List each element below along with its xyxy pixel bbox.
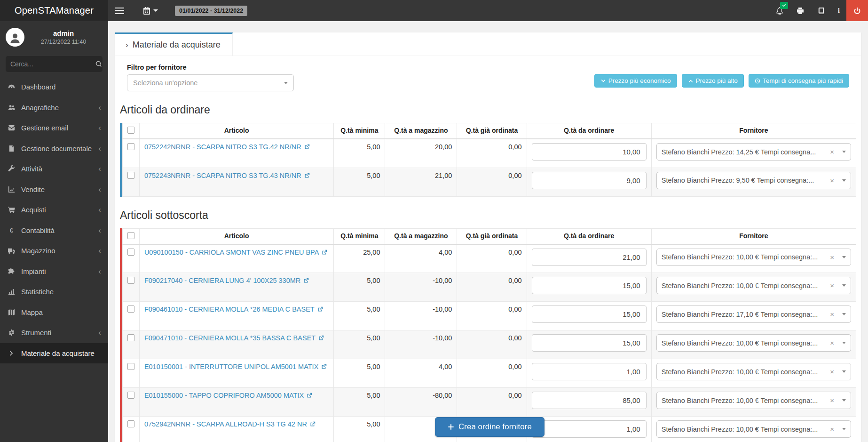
search-input[interactable] [10, 60, 95, 68]
section-title-articoli-da-ordinare: Articoli da ordinare [120, 104, 856, 116]
supplier-select[interactable]: Stefano Bianchi Prezzo: 10,00 € Tempi co… [656, 334, 851, 352]
row-checkbox[interactable] [127, 363, 134, 370]
period-picker-button[interactable] [136, 0, 165, 21]
clear-selection-icon[interactable]: × [830, 310, 834, 318]
external-link-icon [303, 278, 309, 283]
sidebar-item[interactable]: Acquisti ‹ [0, 200, 108, 220]
row-checkbox[interactable] [127, 143, 134, 150]
article-link[interactable]: 0752243NRNR - SCARPA NITRO S3 TG.43 NR/N… [144, 172, 310, 179]
sidebar-item[interactable]: Magazzino ‹ [0, 241, 108, 261]
supplier-select[interactable]: Stefano Bianchi Prezzo: 10,00 € Tempi co… [656, 392, 851, 409]
table-row: F090461010 - CERNIERA MOLLA *26 MEDIA C … [123, 302, 856, 330]
column-header: Q.tà a magazzino [385, 123, 457, 139]
docs-button[interactable] [811, 0, 831, 21]
sidebar-item[interactable]: Vendite ‹ [0, 179, 108, 200]
sidebar-item[interactable]: € Contabilità ‹ [0, 220, 108, 241]
clear-selection-icon[interactable]: × [830, 339, 834, 347]
chevron-left-icon: ‹ [98, 226, 101, 234]
qty-to-order-input[interactable] [532, 334, 647, 352]
qty-to-order-input[interactable] [532, 277, 647, 294]
caret-down-icon [842, 399, 846, 402]
column-header: Q.tà minima [334, 123, 385, 139]
qty-to-order-input[interactable] [532, 363, 647, 380]
sort-button[interactable]: Prezzo più alto [682, 74, 744, 88]
qty-stock-value: -80,00 [385, 388, 457, 417]
article-link[interactable]: U090100150 - CARRIOLA SMONT VAS ZINC PNE… [144, 249, 328, 256]
row-checkbox[interactable] [127, 249, 134, 256]
clear-selection-icon[interactable]: × [830, 368, 834, 376]
qty-stock-value: -10,00 [385, 302, 457, 330]
create-supplier-order-button[interactable]: Crea ordine fornitore [435, 417, 544, 437]
select-all-checkbox[interactable] [127, 232, 134, 239]
article-link[interactable]: E010150001 - INTERRUTTORE UNIPOL AM5001 … [144, 363, 327, 370]
caret-down-icon [284, 82, 288, 84]
supplier-select[interactable]: Stefano Bianchi Prezzo: 17,10 € Tempi co… [656, 305, 851, 323]
article-link[interactable]: F090461010 - CERNIERA MOLLA *26 MEDIA C … [144, 305, 323, 313]
info-button[interactable]: i [831, 0, 846, 21]
qty-to-order-input[interactable] [532, 249, 647, 266]
article-link[interactable]: 0752942NRNR - SCARPA ALLROAD-H S3 TG 42 … [144, 420, 316, 428]
qty-min-value: 5,00 [334, 273, 385, 302]
qty-min-value: 5,00 [334, 168, 385, 196]
date-range-badge[interactable]: 01/01/2022 - 31/12/2022 [175, 6, 247, 16]
qty-to-order-input[interactable] [532, 420, 647, 438]
sidebar-item[interactable]: Gestione email ‹ [0, 118, 108, 138]
qty-stock-value: 4,00 [385, 244, 457, 273]
supplier-select[interactable]: Stefano Bianchi Prezzo: 10,00 € Tempi co… [656, 249, 851, 266]
qty-to-order-input[interactable] [532, 392, 647, 409]
qty-to-order-input[interactable] [532, 305, 647, 323]
article-link[interactable]: 0752242NRNR - SCARPA NITRO S3 TG.42 NR/N… [144, 143, 310, 151]
sidebar-item[interactable]: Gestione documentale ‹ [0, 138, 108, 159]
logout-button[interactable] [846, 0, 868, 21]
qty-to-order-input[interactable] [532, 172, 647, 189]
sidebar-item[interactable]: Strumenti ‹ [0, 322, 108, 343]
supplier-select[interactable]: Stefano Bianchi Prezzo: 10,00 € Tempi co… [656, 363, 851, 380]
print-button[interactable] [790, 0, 811, 21]
sort-button[interactable]: Prezzo più economico [594, 74, 677, 88]
supplier-select[interactable]: Stefano Bianchi Prezzo: 14,25 € Tempi co… [656, 143, 851, 161]
caret-down-icon [842, 179, 846, 182]
notifications-button[interactable] [769, 0, 790, 21]
clear-selection-icon[interactable]: × [830, 425, 834, 433]
chevron-left-icon: ‹ [98, 145, 101, 153]
row-checkbox[interactable] [127, 334, 134, 341]
sidebar-toggle-button[interactable] [108, 0, 131, 21]
row-checkbox[interactable] [127, 305, 134, 313]
qty-to-order-input[interactable] [532, 143, 647, 161]
clear-selection-icon[interactable]: × [830, 148, 834, 156]
sidebar-item[interactable]: Mappa ‹ [0, 302, 108, 323]
select-all-checkbox[interactable] [127, 127, 134, 134]
app-logo[interactable]: OpenSTAManager [0, 0, 108, 21]
sort-button[interactable]: Tempi di consegna più rapidi [749, 74, 849, 88]
dashboard-icon [7, 83, 16, 90]
qty-min-value: 5,00 [334, 330, 385, 359]
row-checkbox[interactable] [127, 172, 134, 179]
clear-selection-icon[interactable]: × [830, 281, 834, 289]
sidebar-item[interactable]: Materiale da acquistare ‹ [0, 343, 108, 364]
article-link[interactable]: F090217040 - CERNIERA LUNG 4' 100X25 330… [144, 277, 309, 284]
supplier-select[interactable]: Stefano Bianchi Prezzo: 10,00 € Tempi co… [656, 420, 851, 438]
external-link-icon [310, 421, 316, 427]
envelope-icon [7, 124, 16, 131]
sidebar-item[interactable]: Statistiche ‹ [0, 281, 108, 302]
clear-selection-icon[interactable]: × [830, 177, 834, 185]
user-name: admin [24, 29, 103, 37]
row-checkbox[interactable] [127, 392, 134, 399]
sidebar-item[interactable]: Impianti ‹ [0, 261, 108, 282]
user-login-datetime: 27/12/2022 11:40 [24, 39, 103, 45]
sidebar-item[interactable]: Anagrafiche ‹ [0, 97, 108, 118]
clear-selection-icon[interactable]: × [830, 253, 834, 261]
sidebar-item[interactable]: Dashboard ‹ [0, 77, 108, 97]
article-link[interactable]: F090471010 - CERNIERA MOLLA *35 BASSA C … [144, 334, 324, 342]
clear-selection-icon[interactable]: × [830, 396, 834, 404]
row-checkbox[interactable] [127, 420, 134, 427]
supplier-select[interactable]: Stefano Bianchi Prezzo: 10,00 € Tempi co… [656, 277, 851, 294]
qty-min-value: 5,00 [334, 359, 385, 388]
supplier-select[interactable]: Stefano Bianchi Prezzo: 9,50 € Tempi con… [656, 172, 851, 189]
sidebar-item[interactable]: Attività ‹ [0, 159, 108, 179]
supplier-filter-select[interactable]: Seleziona un'opzione [127, 74, 294, 91]
chevron-left-icon: ‹ [98, 104, 101, 112]
article-link[interactable]: E010155000 - TAPPO COPRIFORO AM5000 MATI… [144, 392, 312, 399]
row-checkbox[interactable] [127, 277, 134, 284]
tab-materiale-da-acquistare[interactable]: › Materiale da acquistare [115, 32, 233, 56]
